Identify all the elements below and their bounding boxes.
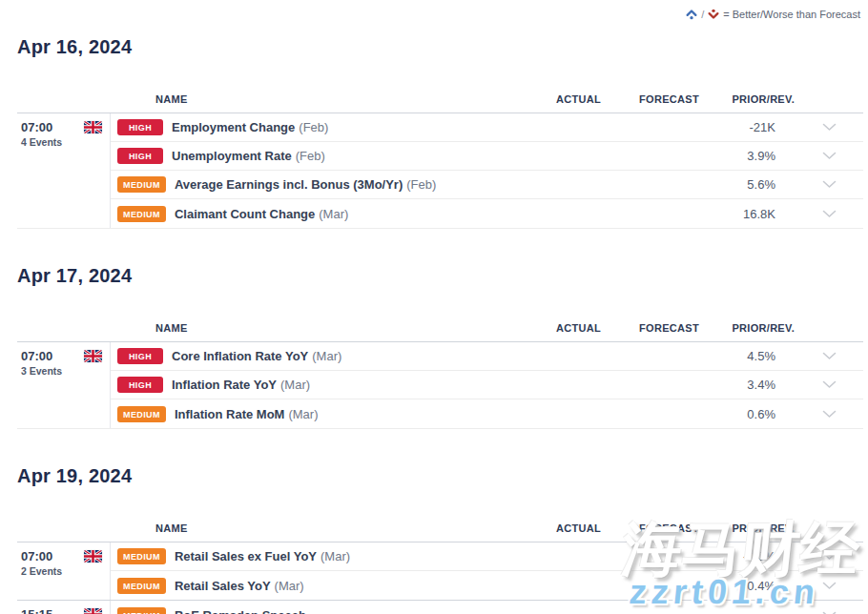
time-cell: 07:00 4 Events	[17, 113, 110, 228]
event-rows: HIGH Employment Change (Feb) -21K HIGH U…	[110, 113, 863, 228]
event-period: (Feb)	[299, 120, 328, 134]
events-table: NAME ACTUAL FORECAST PRIOR/REV. 07:00 3 …	[17, 321, 863, 429]
event-name-cell: MEDIUM BoE Ramsden Speech	[111, 607, 510, 614]
event-name-cell: MEDIUM Retail Sales YoY (Mar)	[111, 578, 510, 594]
chevron-down-icon[interactable]	[822, 582, 837, 590]
expand-row-button[interactable]	[795, 410, 863, 419]
calendar-day-section: Apr 17, 2024 NAME ACTUAL FORECAST PRIOR/…	[17, 265, 863, 429]
event-name-cell: MEDIUM Claimant Count Change (Mar)	[111, 206, 510, 222]
event-row[interactable]: MEDIUM Inflation Rate MoM (Mar) 0.6%	[111, 399, 863, 428]
expand-row-button[interactable]	[795, 380, 863, 389]
calendar-sections: Apr 16, 2024 NAME ACTUAL FORECAST PRIOR/…	[17, 36, 863, 614]
prior-value: 4.5%	[699, 349, 795, 363]
column-header-prior: PRIOR/REV.	[699, 321, 795, 335]
date-heading: Apr 17, 2024	[17, 265, 863, 287]
event-row[interactable]: MEDIUM Average Earnings incl. Bonus (3Mo…	[111, 171, 863, 199]
event-rows: HIGH Core Inflation Rate YoY (Mar) 4.5% …	[110, 342, 863, 428]
prior-value: -0.4%	[699, 579, 795, 593]
event-row[interactable]: MEDIUM BoE Ramsden Speech	[111, 601, 863, 614]
chevron-down-icon[interactable]	[822, 210, 837, 218]
time-cell: 07:00 3 Events	[17, 342, 110, 428]
importance-badge: HIGH	[117, 119, 163, 135]
events-count: 4 Events	[21, 136, 62, 148]
event-period: (Mar)	[320, 549, 350, 563]
time-group: 07:00 2 Events MEDIUM Retail Sales ex Fu…	[17, 542, 863, 600]
time-cell: 15:15	[17, 601, 110, 614]
chevron-down-icon[interactable]	[822, 611, 837, 614]
time-groups: 07:00 3 Events HIGH Core Inflation Rate …	[17, 341, 863, 428]
chevron-down-icon[interactable]	[822, 352, 837, 360]
time-group: 07:00 3 Events HIGH Core Inflation Rate …	[17, 341, 863, 428]
expand-row-button[interactable]	[795, 152, 863, 160]
event-time: 07:00	[21, 349, 62, 363]
event-period: (Mar)	[280, 378, 310, 392]
event-row[interactable]: HIGH Core Inflation Rate YoY (Mar) 4.5%	[111, 342, 863, 371]
legend-separator: /	[701, 9, 704, 20]
event-row[interactable]: HIGH Unemployment Rate (Feb) 3.9%	[111, 142, 863, 171]
event-row[interactable]: MEDIUM Claimant Count Change (Mar) 16.8K	[111, 199, 863, 228]
expand-row-button[interactable]	[795, 352, 863, 360]
expand-row-button[interactable]	[795, 611, 863, 614]
importance-badge: MEDIUM	[117, 578, 166, 594]
importance-badge: MEDIUM	[117, 206, 166, 222]
event-name: Inflation Rate YoY	[172, 378, 277, 392]
event-time: 07:00	[21, 120, 62, 134]
event-row[interactable]: HIGH Employment Change (Feb) -21K	[111, 113, 863, 142]
events-count: 3 Events	[21, 365, 62, 377]
table-header-row: NAME ACTUAL FORECAST PRIOR/REV.	[17, 522, 863, 542]
chevron-down-icon[interactable]	[822, 152, 837, 160]
table-header-row: NAME ACTUAL FORECAST PRIOR/REV.	[17, 92, 863, 113]
event-name: BoE Ramsden Speech	[175, 608, 306, 614]
time-stack: 15:15	[21, 607, 52, 614]
table-header-row: NAME ACTUAL FORECAST PRIOR/REV.	[17, 321, 863, 341]
importance-badge: HIGH	[117, 148, 163, 164]
chevron-down-icon[interactable]	[822, 410, 837, 419]
chevron-down-icon[interactable]	[822, 380, 837, 389]
expand-row-button[interactable]	[795, 123, 863, 132]
event-name-cell: MEDIUM Average Earnings incl. Bonus (3Mo…	[111, 176, 510, 193]
event-time: 07:00	[21, 549, 62, 563]
time-stack: 07:00 2 Events	[21, 549, 62, 577]
event-name: Claimant Count Change	[175, 207, 315, 221]
calendar-day-section: Apr 16, 2024 NAME ACTUAL FORECAST PRIOR/…	[17, 36, 863, 229]
event-period: (Mar)	[319, 207, 348, 221]
event-name: Retail Sales YoY	[175, 579, 271, 593]
column-header-name: NAME	[110, 321, 510, 335]
economic-calendar-page: / = Better/Worse than Forecast Apr 16, 2…	[0, 0, 868, 614]
event-name-cell: HIGH Unemployment Rate (Feb)	[111, 148, 510, 164]
arrow-down-dot-icon	[707, 8, 720, 21]
column-header-forecast: FORECAST	[601, 522, 699, 535]
chevron-down-icon[interactable]	[822, 552, 837, 561]
event-name-cell: HIGH Inflation Rate YoY (Mar)	[111, 377, 510, 393]
legend-text: = Better/Worse than Forecast	[723, 9, 860, 20]
events-table: NAME ACTUAL FORECAST PRIOR/REV. 07:00 2 …	[17, 522, 863, 614]
event-name: Unemployment Rate	[172, 149, 292, 163]
time-stack: 07:00 3 Events	[21, 349, 62, 377]
expand-row-button[interactable]	[795, 210, 863, 218]
event-row[interactable]: MEDIUM Retail Sales YoY (Mar) -0.4%	[111, 571, 863, 600]
prior-value: 0.6%	[699, 407, 795, 421]
time-group: 07:00 4 Events HIGH Employment Change (F…	[17, 113, 863, 228]
prior-value: 5.6%	[699, 177, 795, 192]
arrow-up-dot-icon	[685, 8, 698, 21]
column-header-name: NAME	[110, 92, 510, 106]
event-row[interactable]: HIGH Inflation Rate YoY (Mar) 3.4%	[111, 371, 863, 399]
chevron-down-icon[interactable]	[822, 180, 837, 189]
event-period: (Mar)	[275, 579, 304, 593]
importance-badge: HIGH	[117, 377, 163, 393]
chevron-down-icon[interactable]	[822, 123, 837, 132]
time-stack: 07:00 4 Events	[21, 120, 62, 148]
event-name: Inflation Rate MoM	[175, 407, 285, 421]
event-period: (Feb)	[296, 149, 325, 163]
event-row[interactable]: MEDIUM Retail Sales ex Fuel YoY (Mar) -0…	[111, 542, 863, 571]
expand-row-button[interactable]	[795, 552, 863, 561]
expand-row-button[interactable]	[795, 180, 863, 189]
expand-row-button[interactable]	[795, 582, 863, 590]
column-header-name: NAME	[110, 522, 510, 535]
importance-badge: MEDIUM	[117, 548, 166, 564]
column-header-actual: ACTUAL	[510, 321, 601, 335]
date-heading: Apr 19, 2024	[17, 465, 863, 487]
event-time: 15:15	[21, 607, 52, 614]
column-header-actual: ACTUAL	[510, 522, 601, 535]
column-header-prior: PRIOR/REV.	[699, 522, 795, 535]
